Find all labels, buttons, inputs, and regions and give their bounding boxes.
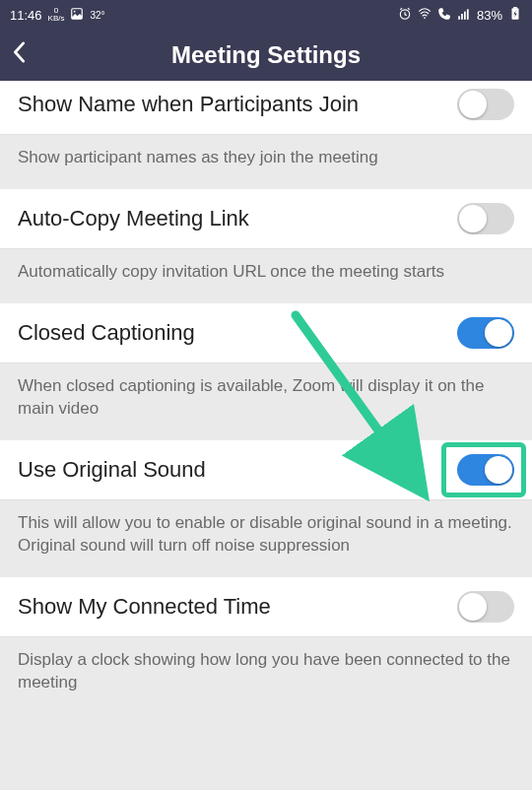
setting-desc: Automatically copy invitation URL once t… [0, 249, 532, 303]
page-title: Meeting Settings [171, 41, 361, 69]
svg-rect-7 [467, 9, 469, 19]
call-icon [437, 7, 451, 24]
page-header: Meeting Settings [0, 30, 532, 81]
setting-desc: Display a clock showing how long you hav… [0, 637, 532, 714]
signal-icon [457, 7, 471, 24]
back-button[interactable] [12, 41, 28, 69]
setting-label: Closed Captioning [18, 320, 195, 346]
setting-label: Show Name when Participants Join [18, 92, 359, 117]
annotation-highlight-box [441, 442, 526, 497]
setting-label: Auto-Copy Meeting Link [18, 206, 249, 231]
toggle-show-name[interactable] [457, 89, 514, 120]
status-time: 11:46 [10, 8, 42, 23]
toggle-closed-caption[interactable] [457, 317, 514, 349]
setting-row-show-name[interactable]: Show Name when Participants Join [0, 81, 532, 135]
status-kbps: 0 KB/s [48, 7, 65, 23]
toggle-connected-time[interactable] [457, 591, 514, 623]
toggle-auto-copy[interactable] [457, 203, 514, 234]
svg-point-3 [424, 17, 426, 19]
setting-desc: This will allow you to enable or disable… [0, 500, 532, 577]
status-temp: 32° [90, 10, 104, 21]
wifi-icon [418, 7, 432, 24]
svg-rect-6 [464, 11, 466, 19]
svg-rect-4 [458, 16, 460, 19]
setting-row-connected-time[interactable]: Show My Connected Time [0, 577, 532, 637]
setting-desc: Show participant names as they join the … [0, 135, 532, 189]
statusbar: 11:46 0 KB/s 32° 83% [0, 0, 532, 30]
setting-label: Show My Connected Time [18, 594, 271, 620]
svg-rect-5 [461, 14, 463, 20]
alarm-icon [398, 7, 412, 24]
status-battery-pct: 83% [477, 8, 502, 23]
svg-point-1 [74, 10, 76, 12]
setting-row-closed-caption[interactable]: Closed Captioning [0, 303, 532, 363]
setting-desc: When closed captioning is available, Zoo… [0, 363, 532, 440]
battery-charging-icon [508, 7, 522, 24]
setting-label: Use Original Sound [18, 457, 206, 483]
svg-rect-9 [513, 7, 517, 9]
picture-icon [70, 7, 84, 24]
setting-row-auto-copy[interactable]: Auto-Copy Meeting Link [0, 189, 532, 249]
